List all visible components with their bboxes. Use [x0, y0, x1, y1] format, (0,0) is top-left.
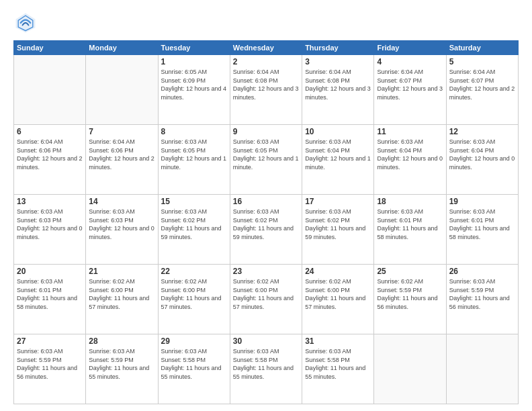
calendar: SundayMondayTuesdayWednesdayThursdayFrid…: [13, 40, 519, 404]
day-number: 31: [305, 336, 371, 346]
day-cell: 26Sunrise: 6:03 AMSunset: 5:59 PMDayligh…: [446, 265, 518, 334]
day-cell: 1Sunrise: 6:05 AMSunset: 6:09 PMDaylight…: [158, 55, 230, 125]
day-cell: 8Sunrise: 6:03 AMSunset: 6:05 PMDaylight…: [158, 125, 230, 195]
day-info: Sunrise: 6:03 AMSunset: 5:59 PMDaylight:…: [89, 347, 154, 381]
page: SundayMondayTuesdayWednesdayThursdayFrid…: [0, 0, 532, 411]
day-number: 14: [89, 197, 154, 206]
day-cell: 10Sunrise: 6:03 AMSunset: 6:04 PMDayligh…: [302, 125, 374, 195]
day-number: 28: [89, 336, 154, 346]
day-info: Sunrise: 6:03 AMSunset: 6:01 PMDaylight:…: [377, 208, 443, 241]
day-info: Sunrise: 6:04 AMSunset: 6:08 PMDaylight:…: [305, 68, 371, 101]
day-cell: 9Sunrise: 6:03 AMSunset: 6:05 PMDaylight…: [230, 125, 302, 195]
day-number: 21: [89, 267, 154, 276]
day-number: 8: [161, 127, 227, 136]
day-cell: 23Sunrise: 6:02 AMSunset: 6:00 PMDayligh…: [230, 265, 302, 334]
weekday-thursday: Thursday: [302, 41, 374, 55]
week-row-2: 6Sunrise: 6:04 AMSunset: 6:06 PMDaylight…: [14, 125, 519, 195]
day-number: 15: [161, 197, 227, 206]
day-cell: 21Sunrise: 6:02 AMSunset: 6:00 PMDayligh…: [86, 265, 158, 334]
week-row-5: 27Sunrise: 6:03 AMSunset: 5:59 PMDayligh…: [14, 334, 519, 404]
day-cell: 29Sunrise: 6:03 AMSunset: 5:58 PMDayligh…: [158, 334, 230, 404]
day-number: 12: [449, 127, 515, 136]
day-cell: 11Sunrise: 6:03 AMSunset: 6:04 PMDayligh…: [374, 125, 446, 195]
day-info: Sunrise: 6:04 AMSunset: 6:07 PMDaylight:…: [377, 68, 443, 101]
day-cell: 28Sunrise: 6:03 AMSunset: 5:59 PMDayligh…: [86, 334, 158, 404]
day-number: 20: [17, 267, 83, 276]
day-cell: 30Sunrise: 6:03 AMSunset: 5:58 PMDayligh…: [230, 334, 302, 404]
weekday-monday: Monday: [86, 41, 158, 55]
day-cell: 15Sunrise: 6:03 AMSunset: 6:02 PMDayligh…: [158, 195, 230, 265]
day-number: 17: [305, 197, 371, 206]
day-cell: 25Sunrise: 6:02 AMSunset: 5:59 PMDayligh…: [374, 265, 446, 334]
weekday-wednesday: Wednesday: [230, 41, 302, 55]
weekday-friday: Friday: [374, 41, 446, 55]
day-cell: 17Sunrise: 6:03 AMSunset: 6:02 PMDayligh…: [302, 195, 374, 265]
week-row-3: 13Sunrise: 6:03 AMSunset: 6:03 PMDayligh…: [14, 195, 519, 265]
day-cell: [14, 55, 86, 125]
day-info: Sunrise: 6:02 AMSunset: 5:59 PMDaylight:…: [377, 277, 443, 311]
header: [13, 11, 519, 35]
day-number: 13: [17, 197, 83, 206]
day-cell: 4Sunrise: 6:04 AMSunset: 6:07 PMDaylight…: [374, 55, 446, 125]
day-info: Sunrise: 6:03 AMSunset: 6:02 PMDaylight:…: [233, 208, 299, 241]
day-number: 29: [161, 336, 227, 346]
day-info: Sunrise: 6:03 AMSunset: 6:03 PMDaylight:…: [89, 208, 154, 241]
day-cell: 20Sunrise: 6:03 AMSunset: 6:01 PMDayligh…: [14, 265, 86, 334]
day-cell: 19Sunrise: 6:03 AMSunset: 6:01 PMDayligh…: [446, 195, 518, 265]
day-cell: 14Sunrise: 6:03 AMSunset: 6:03 PMDayligh…: [86, 195, 158, 265]
day-info: Sunrise: 6:02 AMSunset: 6:00 PMDaylight:…: [161, 277, 227, 311]
day-info: Sunrise: 6:02 AMSunset: 6:00 PMDaylight:…: [89, 277, 154, 311]
day-number: 7: [89, 127, 154, 136]
day-info: Sunrise: 6:03 AMSunset: 6:02 PMDaylight:…: [161, 208, 227, 241]
day-cell: [374, 334, 446, 404]
day-number: 19: [449, 197, 515, 206]
day-info: Sunrise: 6:03 AMSunset: 5:58 PMDaylight:…: [305, 347, 371, 381]
day-number: 2: [233, 57, 299, 66]
day-info: Sunrise: 6:03 AMSunset: 6:03 PMDaylight:…: [17, 208, 83, 241]
logo-icon: [13, 11, 38, 35]
day-number: 25: [377, 267, 443, 276]
day-cell: 3Sunrise: 6:04 AMSunset: 6:08 PMDaylight…: [302, 55, 374, 125]
day-info: Sunrise: 6:04 AMSunset: 6:08 PMDaylight:…: [233, 68, 299, 101]
day-cell: 31Sunrise: 6:03 AMSunset: 5:58 PMDayligh…: [302, 334, 374, 404]
day-info: Sunrise: 6:03 AMSunset: 6:04 PMDaylight:…: [377, 138, 443, 171]
day-cell: 24Sunrise: 6:02 AMSunset: 6:00 PMDayligh…: [302, 265, 374, 334]
weekday-tuesday: Tuesday: [158, 41, 230, 55]
day-info: Sunrise: 6:04 AMSunset: 6:06 PMDaylight:…: [17, 138, 83, 171]
weekday-sunday: Sunday: [14, 41, 86, 55]
weekday-saturday: Saturday: [446, 41, 518, 55]
week-row-4: 20Sunrise: 6:03 AMSunset: 6:01 PMDayligh…: [14, 265, 519, 334]
day-number: 11: [377, 127, 443, 136]
day-cell: 22Sunrise: 6:02 AMSunset: 6:00 PMDayligh…: [158, 265, 230, 334]
day-number: 30: [233, 336, 299, 346]
day-cell: 13Sunrise: 6:03 AMSunset: 6:03 PMDayligh…: [14, 195, 86, 265]
day-cell: 16Sunrise: 6:03 AMSunset: 6:02 PMDayligh…: [230, 195, 302, 265]
day-number: 16: [233, 197, 299, 206]
day-number: 6: [17, 127, 83, 136]
day-number: 18: [377, 197, 443, 206]
calendar-body: 1Sunrise: 6:05 AMSunset: 6:09 PMDaylight…: [14, 55, 519, 404]
day-info: Sunrise: 6:05 AMSunset: 6:09 PMDaylight:…: [161, 68, 227, 101]
day-cell: 5Sunrise: 6:04 AMSunset: 6:07 PMDaylight…: [446, 55, 518, 125]
day-info: Sunrise: 6:03 AMSunset: 6:02 PMDaylight:…: [305, 208, 371, 241]
day-number: 27: [17, 336, 83, 346]
day-info: Sunrise: 6:03 AMSunset: 6:04 PMDaylight:…: [449, 138, 515, 171]
day-number: 24: [305, 267, 371, 276]
day-info: Sunrise: 6:03 AMSunset: 6:01 PMDaylight:…: [17, 277, 83, 311]
day-number: 10: [305, 127, 371, 136]
day-info: Sunrise: 6:03 AMSunset: 6:04 PMDaylight:…: [305, 138, 371, 171]
day-cell: 18Sunrise: 6:03 AMSunset: 6:01 PMDayligh…: [374, 195, 446, 265]
week-row-1: 1Sunrise: 6:05 AMSunset: 6:09 PMDaylight…: [14, 55, 519, 125]
day-number: 22: [161, 267, 227, 276]
day-cell: 2Sunrise: 6:04 AMSunset: 6:08 PMDaylight…: [230, 55, 302, 125]
day-info: Sunrise: 6:03 AMSunset: 5:58 PMDaylight:…: [161, 347, 227, 381]
day-info: Sunrise: 6:04 AMSunset: 6:07 PMDaylight:…: [449, 68, 515, 101]
day-number: 4: [377, 57, 443, 66]
day-cell: 6Sunrise: 6:04 AMSunset: 6:06 PMDaylight…: [14, 125, 86, 195]
day-cell: 7Sunrise: 6:04 AMSunset: 6:06 PMDaylight…: [86, 125, 158, 195]
day-info: Sunrise: 6:04 AMSunset: 6:06 PMDaylight:…: [89, 138, 154, 171]
day-info: Sunrise: 6:02 AMSunset: 6:00 PMDaylight:…: [233, 277, 299, 311]
weekday-row: SundayMondayTuesdayWednesdayThursdayFrid…: [14, 41, 519, 55]
day-number: 3: [305, 57, 371, 66]
logo: [13, 11, 42, 35]
